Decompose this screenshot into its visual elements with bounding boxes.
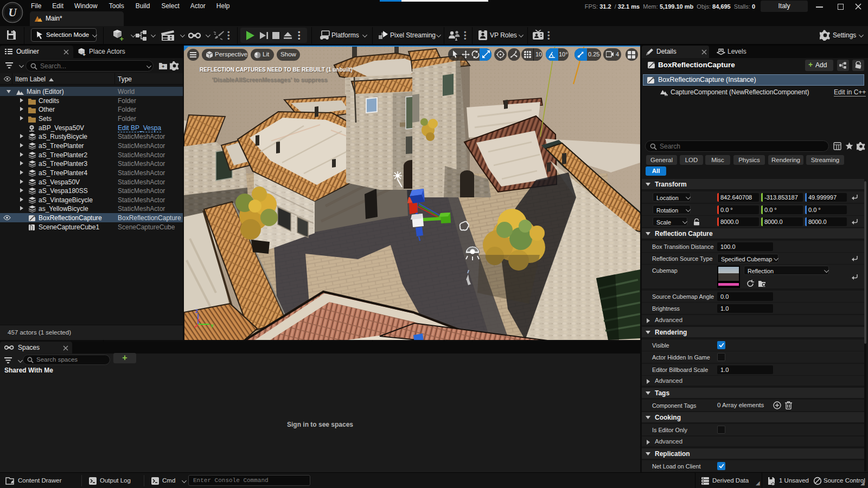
- svg-text:+: +: [82, 52, 86, 57]
- svg-text:Y: Y: [210, 323, 214, 329]
- svg-text:U: U: [8, 6, 17, 19]
- svg-text:+: +: [162, 64, 164, 69]
- svg-text:X: X: [197, 318, 201, 323]
- svg-text:Z: Z: [195, 309, 199, 314]
- svg-text:+: +: [120, 35, 124, 42]
